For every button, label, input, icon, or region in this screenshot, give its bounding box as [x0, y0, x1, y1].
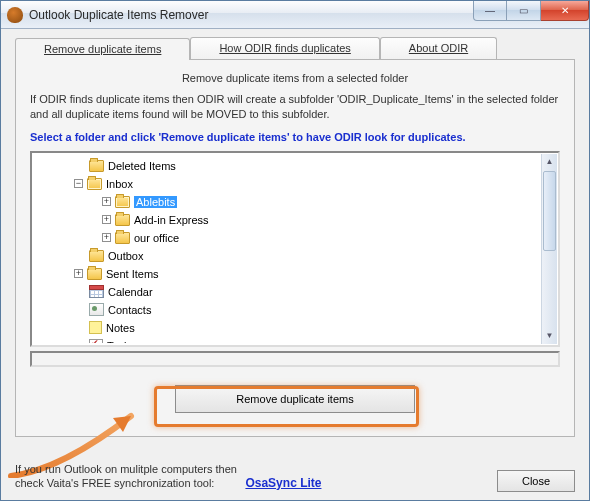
folder-icon — [115, 214, 130, 226]
status-inset — [30, 351, 560, 367]
tree-node-label: Contacts — [108, 304, 151, 316]
app-icon — [7, 7, 23, 23]
folder-tree-box: Deleted Items−Inbox+Ablebits+Add-in Expr… — [30, 151, 560, 347]
promo-text: If you run Outlook on mulitple computers… — [15, 462, 321, 492]
calendar-icon — [89, 285, 104, 298]
scroll-thumb[interactable] — [543, 171, 556, 251]
folder-icon — [87, 268, 102, 280]
tree-node-label: Add-in Express — [134, 214, 209, 226]
maximize-button[interactable]: ▭ — [507, 1, 541, 21]
scroll-up-icon[interactable]: ▲ — [542, 154, 557, 170]
tree-node-label: Calendar — [108, 286, 153, 298]
close-window-button[interactable]: ✕ — [541, 1, 589, 21]
minimize-button[interactable]: — — [473, 1, 507, 21]
folder-open-icon — [87, 178, 102, 190]
tree-node-label: Sent Items — [106, 268, 159, 280]
window-title: Outlook Duplicate Items Remover — [29, 8, 208, 22]
tree-node-label: Deleted Items — [108, 160, 176, 172]
tab-about-odir[interactable]: About ODIR — [380, 37, 497, 59]
panel-description: If ODIR finds duplicate items then ODIR … — [30, 92, 560, 122]
tab-how-odir-finds[interactable]: How ODIR finds duplicates — [190, 37, 379, 59]
app-window: Outlook Duplicate Items Remover — ▭ ✕ Re… — [0, 0, 590, 501]
button-row: Remove duplicate items — [30, 385, 560, 413]
window-buttons: — ▭ ✕ — [473, 1, 589, 21]
expand-toggle-icon[interactable]: + — [102, 197, 111, 206]
tree-node[interactable]: Notes — [36, 319, 540, 337]
remove-duplicates-button[interactable]: Remove duplicate items — [175, 385, 415, 413]
folder-icon — [89, 250, 104, 262]
tree-node[interactable]: Contacts — [36, 301, 540, 319]
tree-node[interactable]: +Ablebits — [36, 193, 540, 211]
footer: If you run Outlook on mulitple computers… — [15, 462, 575, 492]
tab-panel: Remove duplicate items from a selected f… — [15, 59, 575, 437]
tree-node[interactable]: Deleted Items — [36, 157, 540, 175]
folder-open-icon — [115, 196, 130, 208]
tree-node[interactable]: +Add-in Express — [36, 211, 540, 229]
tree-node-label: Outbox — [108, 250, 143, 262]
promo-line2: check Vaita's FREE synchronization tool: — [15, 477, 214, 489]
tree-node-label: Tasks — [107, 340, 135, 343]
tree-node-label: our office — [134, 232, 179, 244]
tab-remove-duplicates[interactable]: Remove duplicate items — [15, 38, 190, 60]
folder-icon — [115, 232, 130, 244]
titlebar[interactable]: Outlook Duplicate Items Remover — ▭ ✕ — [1, 1, 589, 29]
tree-node[interactable]: Outbox — [36, 247, 540, 265]
promo-link[interactable]: OsaSync Lite — [245, 476, 321, 490]
scroll-down-icon[interactable]: ▼ — [542, 328, 557, 344]
tree-node[interactable]: +our office — [36, 229, 540, 247]
tree-node[interactable]: Calendar — [36, 283, 540, 301]
expand-toggle-icon[interactable]: + — [102, 233, 111, 242]
expand-toggle-icon[interactable]: + — [74, 269, 83, 278]
tree-node[interactable]: +Sent Items — [36, 265, 540, 283]
panel-instruction: Select a folder and click 'Remove duplic… — [30, 130, 560, 145]
promo-line1: If you run Outlook on mulitple computers… — [15, 463, 237, 475]
folder-icon — [89, 160, 104, 172]
close-button[interactable]: Close — [497, 470, 575, 492]
tree-node-label: Notes — [106, 322, 135, 334]
expand-toggle-icon[interactable]: + — [102, 215, 111, 224]
tree-node-label: Inbox — [106, 178, 133, 190]
contacts-icon — [89, 303, 104, 316]
expand-toggle-icon[interactable]: − — [74, 179, 83, 188]
tabstrip: Remove duplicate items How ODIR finds du… — [15, 37, 575, 59]
panel-heading: Remove duplicate items from a selected f… — [30, 72, 560, 84]
client-area: Remove duplicate items How ODIR finds du… — [1, 29, 589, 500]
tree-node-label: Ablebits — [134, 196, 177, 208]
folder-tree[interactable]: Deleted Items−Inbox+Ablebits+Add-in Expr… — [36, 157, 540, 343]
tasks-icon — [89, 339, 103, 343]
tree-node[interactable]: Tasks — [36, 337, 540, 343]
notes-icon — [89, 321, 102, 334]
tree-scrollbar[interactable]: ▲ ▼ — [541, 154, 557, 344]
tree-node[interactable]: −Inbox — [36, 175, 540, 193]
